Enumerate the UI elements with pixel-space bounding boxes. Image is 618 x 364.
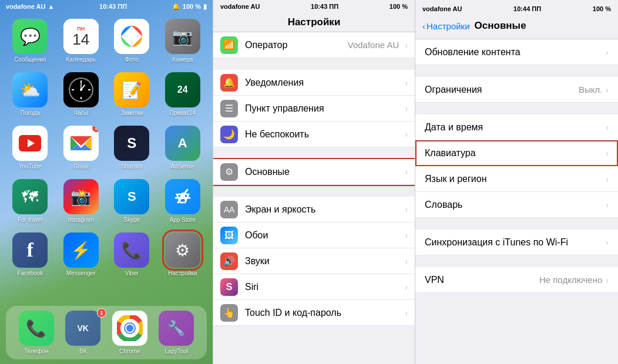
- dock-lazytool[interactable]: 🔧 LazyTool: [156, 311, 198, 355]
- app-facebook[interactable]: f Facebook: [9, 232, 51, 277]
- restrictions-value: Выкл.: [579, 85, 602, 95]
- adsense-label: AdSense: [170, 163, 194, 170]
- control-label: Пункт управления: [245, 103, 402, 114]
- app-settings[interactable]: ⚙ Настройки: [162, 232, 204, 277]
- vk-badge: 1: [97, 308, 106, 318]
- shazam-label: Shazam: [121, 163, 143, 170]
- app-appstore[interactable]: A App Store: [162, 179, 204, 223]
- settings-gap-1: [213, 58, 415, 70]
- chrome-label: Chrome: [119, 348, 140, 355]
- time-3: 10:44 ПП: [513, 5, 541, 12]
- app-weather[interactable]: ⛅ Погода: [9, 72, 51, 116]
- settings-icon: ⚙: [165, 232, 200, 268]
- content-update-label: Обновление контента: [425, 47, 520, 58]
- svg-point-10: [80, 89, 82, 91]
- app-instagram[interactable]: 📸 Instagram: [61, 179, 102, 223]
- settings-label: Настройки: [168, 270, 197, 277]
- language-chevron: ›: [606, 174, 609, 184]
- notes-icon: 📝: [114, 72, 149, 107]
- battery-icon-1: ▮: [203, 3, 207, 11]
- dock-chrome[interactable]: Chrome: [109, 311, 151, 355]
- app-skype[interactable]: S Skype: [111, 179, 153, 223]
- carrier-3: vodafone AU: [422, 5, 462, 12]
- instagram-icon: 📸: [63, 179, 99, 214]
- general-chevron: ›: [405, 167, 408, 177]
- app-messenger[interactable]: ⚡ Messenger: [61, 232, 102, 277]
- app-camera[interactable]: 📷 Камера: [162, 19, 204, 63]
- settings-item-siri[interactable]: S Siri ›: [213, 274, 415, 300]
- display-label: Экран и яркость: [245, 204, 402, 215]
- itunes-label: Синхронизация с iTunes по Wi-Fi: [425, 237, 568, 248]
- keyboard-label: Клавиатура: [425, 148, 476, 159]
- app-fortravel[interactable]: 🗺 For travel: [9, 179, 51, 223]
- general-item-vpn[interactable]: VPN Не подключено ›: [415, 267, 618, 293]
- app-gmail[interactable]: 3 Gmail: [61, 126, 102, 170]
- weather-label: Погода: [21, 110, 40, 116]
- sounds-icon: 🔊: [220, 252, 238, 270]
- phone-icon: 📞: [19, 311, 54, 346]
- clock-icon: [63, 72, 99, 107]
- weather-icon: ⛅: [12, 72, 48, 107]
- settings-item-operator[interactable]: 📶 Оператор Vodafone AU ›: [213, 32, 415, 58]
- phone-2-settings: vodafone AU 10:43 ПП 100 % Настройки 📶 О…: [213, 0, 415, 364]
- app-youtube[interactable]: YouTube: [9, 126, 51, 170]
- facebook-label: Facebook: [17, 270, 43, 277]
- settings-item-notifications[interactable]: 🔔 Уведомления ›: [213, 70, 415, 96]
- camera-label: Камера: [172, 56, 193, 63]
- settings-item-touchid[interactable]: 👆 Touch ID и код-пароль ›: [213, 300, 415, 326]
- settings-item-control[interactable]: ☰ Пункт управления ›: [213, 96, 415, 122]
- nav-bar-title-row: ‹ Настройки Основные: [415, 15, 618, 36]
- general-gap-1: [415, 65, 618, 77]
- general-item-language[interactable]: Язык и регион ›: [415, 166, 618, 192]
- general-item-content-update[interactable]: Обновление контента ›: [415, 39, 618, 65]
- messages-label: Сообщения: [14, 56, 46, 63]
- general-item-dictionary[interactable]: Словарь ›: [415, 192, 618, 218]
- phone-3-general: vodafone AU 10:44 ПП 100 % ‹ Настройки О…: [415, 0, 618, 364]
- app-shazam[interactable]: S Shazam: [111, 126, 153, 170]
- settings-item-sounds[interactable]: 🔊 Звуки ›: [213, 248, 415, 274]
- gmail-label: Gmail: [73, 163, 89, 170]
- general-label: Основные: [245, 167, 402, 177]
- fortravel-label: For travel: [18, 217, 42, 223]
- status-bar-1: vodafone AU ▲ 10:43 ПП 🔔 100 % ▮: [0, 0, 213, 13]
- notifications-icon: 🔔: [220, 74, 238, 92]
- operator-label: Оператор: [245, 40, 348, 50]
- wifi-icon-1: ▲: [48, 3, 54, 10]
- battery-2: 100 %: [389, 3, 408, 10]
- settings-item-dnd[interactable]: 🌙 Не беспокоить ›: [213, 122, 415, 147]
- app-messages[interactable]: 💬 Сообщения: [9, 19, 51, 63]
- vpn-chevron: ›: [606, 275, 609, 285]
- status-bar-2: vodafone AU 10:43 ПП 100 %: [213, 0, 415, 13]
- dock-vk[interactable]: VK 1 ВК: [62, 311, 105, 355]
- app-notes[interactable]: 📝 Заметки: [111, 72, 153, 116]
- general-gap-4: [415, 255, 618, 267]
- settings-item-display[interactable]: AA Экран и яркость ›: [213, 197, 415, 223]
- carrier-label-1: vodafone AU: [6, 3, 45, 10]
- touchid-chevron: ›: [405, 308, 408, 318]
- app-photos[interactable]: Фото: [111, 19, 153, 63]
- calendar-label: Календарь: [66, 56, 96, 63]
- app-clock[interactable]: Часы: [61, 72, 102, 116]
- fortravel-icon: 🗺: [12, 179, 48, 214]
- app-privat24[interactable]: 24 Приват24: [162, 72, 204, 116]
- general-item-restrictions[interactable]: Ограничения Выкл. ›: [415, 77, 618, 103]
- dnd-chevron: ›: [405, 130, 408, 139]
- settings-item-wallpaper[interactable]: 🖼 Обои ›: [213, 223, 415, 248]
- keyboard-chevron: ›: [606, 149, 609, 158]
- dock-phone[interactable]: 📞 Телефон: [15, 311, 58, 355]
- general-item-itunes[interactable]: Синхронизация с iTunes по Wi-Fi ›: [415, 230, 618, 255]
- notifications-label: Уведомления: [245, 77, 402, 88]
- dock: 📞 Телефон VK 1 ВК: [6, 306, 207, 359]
- nav-bar-3: vodafone AU 10:44 ПП 100 % ‹ Настройки О…: [415, 0, 618, 39]
- back-button[interactable]: ‹ Настройки: [422, 21, 470, 31]
- messages-icon: 💬: [12, 19, 48, 54]
- time-label-1: 10:43 ПП: [99, 3, 127, 10]
- app-calendar[interactable]: ПН 14 Календарь: [61, 19, 102, 63]
- app-viber[interactable]: 📞 Viber: [111, 232, 153, 277]
- clock-label: Часы: [74, 110, 88, 116]
- dnd-label: Не беспокоить: [245, 129, 402, 140]
- app-adsense[interactable]: A AdSense: [162, 126, 204, 170]
- settings-item-general[interactable]: ⚙ Основные ›: [213, 159, 415, 185]
- general-item-datetime[interactable]: Дата и время ›: [415, 114, 618, 140]
- general-item-keyboard[interactable]: Клавиатура ›: [415, 140, 618, 166]
